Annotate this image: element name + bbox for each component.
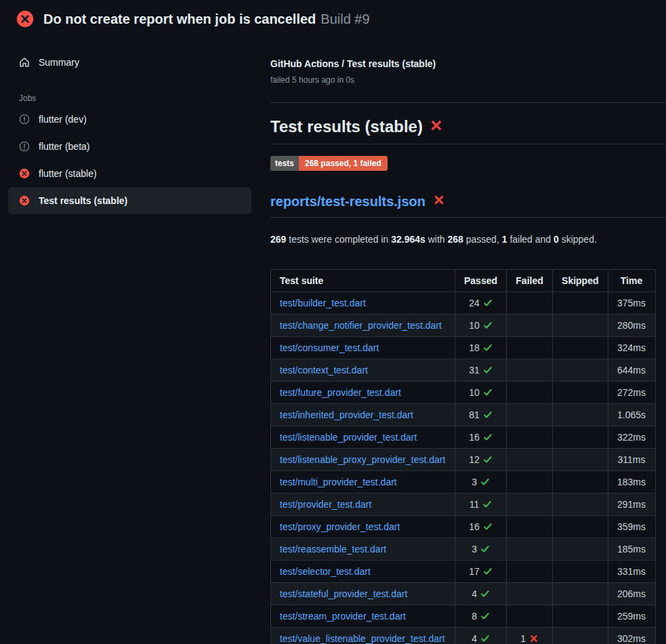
suite-cell: test/provider_test.dart: [271, 494, 455, 516]
check-icon: [483, 386, 493, 399]
x-circle-icon: [16, 10, 34, 28]
passed-count: 3: [472, 542, 477, 556]
suite-link[interactable]: test/stateful_provider_test.dart: [280, 588, 407, 599]
suite-link[interactable]: test/listenable_proxy_provider_test.dart: [280, 454, 445, 465]
sidebar-item-summary[interactable]: Summary: [8, 49, 251, 76]
check-icon: [480, 542, 490, 556]
time-cell: 331ms: [608, 561, 655, 583]
x-circle-icon: [19, 168, 30, 179]
suite-cell: test/builder_test.dart: [271, 292, 455, 315]
sidebar: Summary Jobs flutter (dev)flutter (beta)…: [0, 38, 259, 214]
sidebar-item-flutter-stable[interactable]: flutter (stable): [8, 160, 251, 187]
table-row: test/builder_test.dart24375ms: [271, 292, 656, 315]
skipped-cell: [553, 538, 608, 561]
failed-cell: [507, 449, 553, 471]
passed-cell: 16: [455, 426, 507, 449]
check-icon: [480, 609, 490, 623]
passed-cell: 18: [455, 337, 507, 359]
skipped-cell: [553, 605, 608, 628]
passed-count: 31: [469, 363, 480, 377]
report-file-link[interactable]: reports/test-results.json: [270, 193, 425, 210]
table-row: test/proxy_provider_test.dart16359ms: [271, 516, 656, 538]
passed-cell: 12: [455, 449, 507, 471]
cross-icon: [433, 193, 445, 210]
skipped-cell: [553, 337, 608, 359]
skipped-cell: [553, 292, 608, 315]
cross-icon: [529, 632, 539, 644]
table-header-row: Test suitePassedFailedSkippedTime: [271, 270, 656, 292]
failed-cell: [507, 426, 553, 449]
skipped-cell: [553, 426, 608, 449]
suite-cell: test/inherited_provider_test.dart: [271, 404, 455, 426]
time-cell: 280ms: [608, 315, 655, 337]
skipped-cell: [553, 561, 608, 583]
passed-cell: 3: [455, 471, 507, 494]
sidebar-item-test-results-stable[interactable]: Test results (stable): [8, 187, 251, 214]
passed-count: 8: [472, 609, 477, 623]
github-actions-job-page: Do not create report when job is cancell…: [0, 0, 666, 644]
failed-cell: [507, 315, 553, 337]
suite-link[interactable]: test/multi_provider_test.dart: [280, 477, 397, 487]
suite-link[interactable]: test/future_provider_test.dart: [280, 387, 401, 398]
suite-link[interactable]: test/context_test.dart: [280, 365, 368, 376]
suite-cell: test/selector_test.dart: [271, 561, 455, 583]
passed-count: 10: [469, 386, 480, 399]
passed-count: 11: [470, 498, 480, 511]
status-line: failed 5 hours ago in 0s: [270, 74, 666, 86]
passed-cell: 4: [455, 583, 507, 605]
suite-cell: test/stateful_provider_test.dart: [271, 583, 455, 605]
failed-count: 1: [520, 632, 526, 644]
suite-link[interactable]: test/provider_test.dart: [280, 499, 371, 510]
suite-link[interactable]: test/consumer_test.dart: [280, 342, 379, 353]
check-icon: [480, 632, 490, 644]
failed-cell: [507, 292, 553, 315]
skipped-cell: [553, 583, 608, 605]
suite-link[interactable]: test/inherited_provider_test.dart: [280, 409, 413, 420]
failed-cell: [507, 337, 553, 359]
check-icon: [483, 341, 493, 355]
time-cell: 206ms: [608, 583, 655, 605]
passed-cell: 10: [455, 315, 507, 337]
suite-link[interactable]: test/change_notifier_provider_test.dart: [280, 320, 442, 331]
suite-link[interactable]: test/proxy_provider_test.dart: [280, 521, 400, 532]
suite-link[interactable]: test/selector_test.dart: [280, 566, 371, 577]
column-header-test-suite: Test suite: [271, 270, 455, 292]
passed-count: 16: [469, 520, 480, 534]
build-number: Build #9: [320, 12, 369, 26]
suite-link[interactable]: test/reassemble_test.dart: [280, 544, 386, 555]
suite-link[interactable]: test/value_listenable_provider_test.dart: [280, 633, 445, 644]
home-icon: [19, 57, 30, 68]
table-row: test/inherited_provider_test.dart811.065…: [271, 404, 656, 426]
passed-count: 16: [469, 430, 480, 444]
table-row: test/listenable_proxy_provider_test.dart…: [271, 449, 656, 471]
check-icon: [483, 296, 493, 310]
stopped-octagon-icon: [19, 141, 30, 152]
test-results-table: Test suitePassedFailedSkippedTime test/b…: [270, 269, 656, 644]
passed-cell: 10: [455, 382, 507, 404]
suite-link[interactable]: test/stream_provider_test.dart: [280, 611, 406, 622]
suite-link[interactable]: test/listenable_provider_test.dart: [280, 432, 417, 443]
failed-cell: [507, 516, 553, 538]
check-icon: [482, 498, 492, 511]
badge-value: 268 passed, 1 failed: [299, 156, 388, 171]
time-cell: 375ms: [608, 292, 655, 315]
check-icon: [480, 475, 490, 489]
passed-cell: 81: [455, 404, 507, 426]
failed-cell: [507, 404, 553, 426]
time-cell: 302ms: [608, 628, 655, 644]
run-header: Do not create report when job is cancell…: [0, 0, 666, 38]
suite-link[interactable]: test/builder_test.dart: [280, 298, 366, 308]
sidebar-item-flutter-dev[interactable]: flutter (dev): [8, 106, 251, 133]
passed-count: 4: [472, 632, 477, 644]
check-icon: [483, 430, 493, 444]
section-title-text: Test results (stable): [270, 117, 423, 137]
suite-cell: test/multi_provider_test.dart: [271, 471, 455, 494]
tests-status-badge: tests 268 passed, 1 failed: [270, 156, 388, 171]
skipped-cell: [553, 471, 608, 494]
skipped-cell: [553, 628, 608, 644]
divider: [270, 102, 666, 103]
report-title: reports/test-results.json: [270, 193, 666, 218]
sidebar-item-flutter-beta[interactable]: flutter (beta): [8, 133, 251, 160]
skipped-cell: [553, 382, 608, 404]
passed-count: 18: [469, 341, 480, 355]
